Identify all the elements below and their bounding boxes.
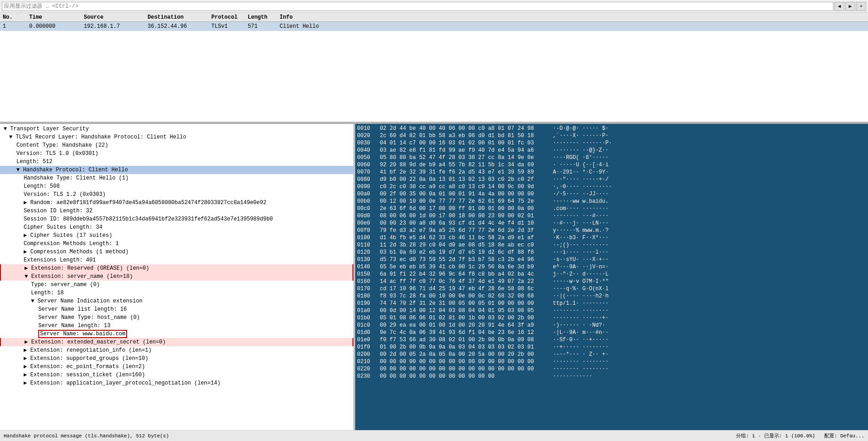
hex-ascii: ····RGO( ·8'····· <box>553 154 866 161</box>
tree-item-sni-length[interactable]: Length: 18 <box>0 289 353 297</box>
packet-row[interactable]: 1 0.000000 192.168.1.7 36.152.44.96 TLSv… <box>0 22 868 31</box>
tree-item-sni-list-len[interactable]: Server Name list length: 16 <box>0 305 353 313</box>
hex-row: 0180 f8 93 7c 28 fa 00 10 00 0e 00 0c 02… <box>357 292 866 300</box>
status-left: Handshake protocol message (tls.handshak… <box>4 433 169 439</box>
tree-item-hs-cipher-len[interactable]: Cipher Suites Length: 34 <box>0 223 353 231</box>
hex-bytes: f0 f7 53 66 ad 30 08 02 01 00 2b 00 0b 0… <box>380 336 553 344</box>
tree-item-ext-sni[interactable]: ▼ Extension: server_name (len=18) <box>0 272 353 281</box>
hex-bytes: 05 01 08 06 06 01 02 01 00 1b 00 03 02 0… <box>380 314 553 322</box>
tree-item-hs-random[interactable]: ▶ Random: ae82e8f181fd99aef9407de45a94a6… <box>0 199 353 207</box>
hex-ascii: ········ ······+· <box>553 314 866 322</box>
hex-ascii: ········ ··@}·Z·· <box>553 147 866 154</box>
hex-ascii: ···i···· ····l··· <box>553 249 866 256</box>
hex-row: 01c0 00 29 ea ea 00 01 00 1d 00 20 20 91… <box>357 322 866 329</box>
tree-item-ext-alpn[interactable]: ▶ Extension: application_layer_protocol_… <box>0 379 353 387</box>
hex-offset: 00d0 <box>357 212 380 220</box>
hex-offset: 0160 <box>357 278 380 285</box>
hex-offset: 0090 <box>357 183 380 190</box>
hex-offset: 0180 <box>357 292 380 300</box>
hex-bytes: 00 00 00 00 00 00 00 00 00 00 00 00 <box>380 373 553 380</box>
tree-item-hs-session-id-len[interactable]: Session ID Length: 32 <box>0 207 353 215</box>
hex-ascii: ··Sf·0·· ··+····· <box>553 336 866 344</box>
tree-item-hs-ciphers[interactable]: ▶ Cipher Suites (17 suites) <box>0 231 353 240</box>
hex-row: 0160 14 ac ff 7f c0 77 0c 76 4f 37 4d e1… <box>357 278 866 285</box>
hex-offset: 01b0 <box>357 314 380 322</box>
hex-row: 01d0 9e 7c 4c 0a 06 39 41 93 6d f1 04 be… <box>357 329 866 336</box>
tree-item-hs-version[interactable]: Version: TLS 1.2 (0x0303) <box>0 190 353 199</box>
hex-offset: 0130 <box>357 256 380 263</box>
hex-bytes: 2c 60 d4 82 01 bb 58 a3 eb 06 d0 d1 bd 8… <box>380 132 553 139</box>
tree-item-ext-reneg[interactable]: ▶ Extension: renegotiation_info (len=1) <box>0 346 353 354</box>
tree-item-sni-type[interactable]: Type: server_name (0) <box>0 281 353 289</box>
hex-bytes: d9 b0 00 22 0a 0a 13 01 13 02 13 03 c0 2… <box>380 176 553 183</box>
tree-item-tls-record[interactable]: ▼ TLSv1 Record Layer: Handshake Protocol… <box>0 133 353 141</box>
tree-item-sni-name[interactable]: Server Name: www.baidu.com <box>0 330 353 338</box>
tree-item-hs-comp[interactable]: ▶ Compression Methods (1 method) <box>0 248 353 256</box>
tree-item-handshake[interactable]: ▼ Handshake Protocol: Client Hello <box>0 166 353 174</box>
tree-item-sni-ext[interactable]: ▼ Server Name Indication extension <box>0 297 353 305</box>
hex-ascii: ·|L··9A· m···#n·· <box>553 329 866 336</box>
hex-row: 0100 d1 4b fb e5 d4 62 33 cb 46 11 bc 58… <box>357 234 866 241</box>
hex-offset: 00a0 <box>357 190 380 198</box>
filter-bar: ◀ ▶ + <box>0 0 868 13</box>
hex-ascii: ·K···b3· F··X*··· <box>553 234 866 241</box>
hex-ascii: ········ ········ <box>553 358 866 365</box>
hex-offset: 0170 <box>357 285 380 292</box>
filter-forward-btn[interactable]: ▶ <box>845 2 855 11</box>
filter-back-btn[interactable]: ◀ <box>834 2 844 11</box>
hex-offset: 0230 <box>357 373 380 380</box>
tree-item-tls[interactable]: ▼ Transport Layer Security <box>0 125 353 133</box>
hex-offset: 0010 <box>357 125 380 132</box>
packet-list: No. Time Source Destination Protocol Len… <box>0 13 868 122</box>
tree-item-hs-comp-len[interactable]: Compression Methods Length: 1 <box>0 240 353 248</box>
hex-ascii: j··"·2·· d······L <box>553 271 866 278</box>
tree-item-hs-session-id[interactable]: Session ID: 889ddeb9a4557b82115b1c34da69… <box>0 215 353 223</box>
tree-item-ext-ticket[interactable]: ▶ Extension: session_ticket (len=160) <box>0 371 353 379</box>
hex-offset: 0070 <box>357 169 380 176</box>
hex-row: 0050 05 80 80 ba 52 47 4f 28 03 38 27 cc… <box>357 154 866 161</box>
bottom-area: ▼ Transport Layer Security▼ TLSv1 Record… <box>0 124 868 430</box>
hex-row: 0150 6a 91 f1 22 b4 32 96 9c 64 f8 c8 bb… <box>357 271 866 278</box>
hex-bytes: 00 29 ea ea 00 01 00 1d 00 20 20 91 4e 6… <box>380 322 553 329</box>
tree-item-ext-ems[interactable]: ▶ Extension: extended_master_secret (len… <box>0 338 353 346</box>
tree-item-sni-name-type[interactable]: Server Name Type: host_name (0) <box>0 313 353 322</box>
hex-row: 00d0 08 00 06 00 1d 00 17 00 18 00 00 23… <box>357 212 866 220</box>
filter-add-btn[interactable]: + <box>856 2 866 11</box>
tree-item-version[interactable]: Version: TLS 1.0 (0x0301) <box>0 149 353 158</box>
hex-offset: 0220 <box>357 365 380 373</box>
cell-source: 192.168.1.7 <box>82 23 146 30</box>
col-header-destination: Destination <box>146 14 209 21</box>
tree-item-ext-ec[interactable]: ▶ Extension: ec_point_formats (len=2) <box>0 363 353 371</box>
hex-offset: 00b0 <box>357 198 380 205</box>
hex-row: 0030 04 01 14 c7 00 00 16 03 01 02 00 01… <box>357 139 866 147</box>
tree-item-hs-ext-len[interactable]: Extensions Length: 401 <box>0 256 353 264</box>
filter-input[interactable] <box>2 2 833 11</box>
tree-item-ext-grease[interactable]: ▶ Extension: Reserved (GREASE) (len=0) <box>0 264 353 272</box>
hex-bytes: 01 00 2b 00 0b 0a 0a 0a 03 04 03 03 03 0… <box>380 344 553 351</box>
cell-length: 571 <box>246 23 278 30</box>
tree-item-length[interactable]: Length: 512 <box>0 158 353 166</box>
tree-item-ext-groups[interactable]: ▶ Extension: supported_groups (len=10) <box>0 354 353 363</box>
status-bar: Handshake protocol message (tls.handshak… <box>0 430 868 441</box>
hex-ascii: ···"···· ·····+·/ <box>553 176 866 183</box>
hex-bytes: 03 b1 0a 69 e2 eb 19 d7 d7 e5 19 d2 6c d… <box>380 249 553 256</box>
tree-item-hs-length[interactable]: Length: 508 <box>0 182 353 190</box>
hex-offset: 0200 <box>357 351 380 358</box>
tree-item-content-type[interactable]: Content Type: Handshake (22) <box>0 141 353 149</box>
hex-bytes: 00 0d 00 14 00 12 04 03 08 04 04 01 05 0… <box>380 307 553 314</box>
tree-item-sni-name-len[interactable]: Server Name length: 13 <box>0 322 353 330</box>
hex-offset: 00c0 <box>357 205 380 212</box>
hex-bytes: 79 fe d3 a2 e7 9a a5 25 6d 77 77 2e 6d 2… <box>380 227 553 234</box>
hex-bytes: d5 73 ec d0 73 59 55 2d 7f b3 b7 58 c3 2… <box>380 256 553 263</box>
hex-row: 0080 d9 b0 00 22 0a 0a 13 01 13 02 13 03… <box>357 176 866 183</box>
hex-ascii: ,`····X· ······P· <box>553 132 866 139</box>
hex-offset: 01e0 <box>357 336 380 344</box>
hex-row: 0170 cd 17 10 96 71 d4 25 19 47 eb 4f 28… <box>357 285 866 292</box>
hex-row: 0200 00 2d 00 05 2a 0a 05 0a 00 20 5a 00… <box>357 351 866 358</box>
hex-ascii: ·-··*··· · Z·· +· <box>553 351 866 358</box>
hex-ascii: .com···· ········ <box>553 205 866 212</box>
hex-row: 01f0 01 00 2b 00 0b 0a 0a 0a 03 04 03 03… <box>357 344 866 351</box>
tree-item-hs-type[interactable]: Handshake Type: Client Hello (1) <box>0 174 353 182</box>
hex-bytes: 41 bf 2e 32 39 31 fe f6 2a d5 43 e7 e1 3… <box>380 169 553 176</box>
hex-bytes: 00 2f 00 35 00 0a 01 00 01 91 4a 4a 00 0… <box>380 190 553 198</box>
